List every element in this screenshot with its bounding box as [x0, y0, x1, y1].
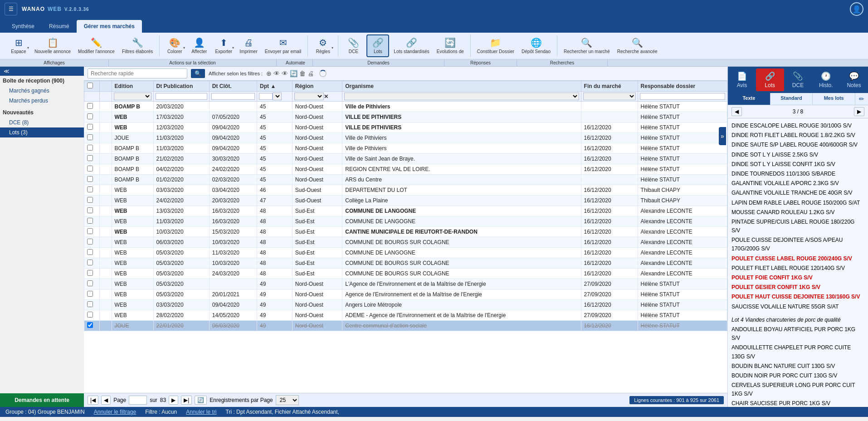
- btn-lots[interactable]: 🔗 Lots: [366, 34, 389, 57]
- row-check[interactable]: [84, 206, 100, 216]
- row-check[interactable]: [84, 227, 100, 237]
- search-btn[interactable]: 🔍: [191, 69, 205, 78]
- filter-icon-refresh[interactable]: 🔄: [290, 70, 297, 77]
- right-panel-icon-dce[interactable]: 📎 DCE: [784, 69, 812, 91]
- table-wrapper[interactable]: Edition Dt Publication Dt Clôt. Dpt ▲ Ré…: [84, 81, 727, 393]
- row-check[interactable]: [84, 133, 100, 143]
- btn-filtres-elabores[interactable]: 🔧 Filtres élaborés: [119, 35, 156, 56]
- btn-modifier-annonce[interactable]: ✏️ Modifier l'annonce: [75, 35, 117, 56]
- table-row[interactable]: BOAMP B 21/02/2020 30/03/2020 45 Nord-Ou…: [84, 154, 727, 164]
- col-header-organisme[interactable]: Organisme: [342, 81, 581, 92]
- filter-icon-delete[interactable]: 🗑: [299, 70, 306, 77]
- panel-next-btn[interactable]: ▶: [854, 107, 864, 116]
- row-check[interactable]: [84, 279, 100, 289]
- row-check[interactable]: [84, 216, 100, 227]
- table-row[interactable]: WEB 06/03/2020 10/03/2020 48 Sud-Est COM…: [84, 237, 727, 248]
- sidebar-marches-perdus[interactable]: Marchés perdus: [0, 96, 84, 106]
- filter-icon-view2[interactable]: 👁: [282, 70, 288, 77]
- table-row[interactable]: JOUE 22/01/2020 06/03/2020 49 Nord-Ouest…: [84, 321, 727, 331]
- col-header-region[interactable]: Région: [292, 81, 342, 92]
- demands-btn[interactable]: Demandes en attente: [0, 393, 84, 407]
- btn-depot[interactable]: 🌐 Dépôt Sendao: [519, 35, 553, 56]
- table-row[interactable]: WEB 24/02/2020 20/03/2020 47 Sud-Ouest C…: [84, 196, 727, 206]
- table-row[interactable]: WEB 10/03/2020 15/03/2020 48 Sud-Est CAN…: [84, 227, 727, 237]
- filter-fin-select[interactable]: [583, 93, 636, 100]
- table-row[interactable]: WEB 17/03/2020 07/05/2020 45 Nord-Ouest …: [84, 112, 727, 122]
- page-last-btn[interactable]: ▶|: [181, 396, 192, 405]
- page-input[interactable]: 37: [129, 396, 147, 405]
- filter-resp-input[interactable]: [640, 93, 725, 100]
- sidebar-dce[interactable]: DCE (8): [0, 117, 84, 127]
- sidebar-group-nouveautes[interactable]: Nouveautés: [0, 108, 84, 117]
- table-row[interactable]: BOAMP B 20/03/2020 45 Nord-Ouest Ville d…: [84, 102, 727, 112]
- table-row[interactable]: WEB 03/03/2020 09/04/2020 49 Nord-Ouest …: [84, 300, 727, 310]
- filter-region-select[interactable]: [294, 93, 324, 100]
- cancel-filter-link[interactable]: Annuler le filtrage: [94, 409, 136, 415]
- user-icon[interactable]: 👤: [850, 2, 863, 16]
- btn-evolutions[interactable]: 🔄 Evolutions de: [434, 35, 467, 56]
- col-header-edition[interactable]: Edition: [112, 81, 153, 92]
- page-prev-btn[interactable]: ◀: [101, 396, 111, 405]
- row-check[interactable]: [84, 300, 100, 310]
- sidebar-group-reception[interactable]: Boîte de réception (900): [0, 76, 84, 86]
- tab-standard[interactable]: Standard: [770, 93, 813, 105]
- filter-region-x[interactable]: ✕: [324, 93, 328, 100]
- row-check[interactable]: [84, 185, 100, 196]
- table-row[interactable]: WEB 03/03/2020 03/04/2020 46 Sud-Ouest D…: [84, 185, 727, 196]
- table-row[interactable]: JOUE 11/03/2020 09/04/2020 45 Nord-Ouest…: [84, 133, 727, 143]
- table-row[interactable]: WEB 05/03/2020 20/01/2021 49 Nord-Ouest …: [84, 289, 727, 300]
- cancel-sort-link[interactable]: Annuler le tri: [186, 409, 216, 415]
- row-check[interactable]: [84, 143, 100, 154]
- table-row[interactable]: BOAMP B 04/02/2020 24/02/2020 45 Nord-Ou…: [84, 164, 727, 175]
- btn-imprimer[interactable]: 🖨 Imprimer: [237, 36, 260, 56]
- filter-edition-select[interactable]: [114, 93, 151, 100]
- btn-espace[interactable]: ⊞ Espace: [7, 35, 30, 56]
- row-check[interactable]: [84, 122, 100, 133]
- sidebar-marches-gagnes[interactable]: Marchés gagnés: [0, 86, 84, 96]
- tab-mes-lots[interactable]: Mes lots: [813, 93, 855, 105]
- page-next-btn[interactable]: ▶: [169, 396, 178, 405]
- row-check[interactable]: [84, 289, 100, 300]
- filter-organisme-select[interactable]: [344, 93, 579, 100]
- filter-dpt-input[interactable]: [259, 93, 273, 100]
- table-row[interactable]: WEB 11/03/2020 16/03/2020 48 Sud-Est COM…: [84, 216, 727, 227]
- select-all-checkbox[interactable]: [87, 83, 93, 88]
- row-check[interactable]: [84, 237, 100, 248]
- table-row[interactable]: BOAMP B 01/02/2020 02/03/2020 45 Nord-Ou…: [84, 175, 727, 185]
- row-check[interactable]: [84, 154, 100, 164]
- edit-icon[interactable]: ✏: [855, 93, 868, 105]
- table-row[interactable]: WEB 05/03/2020 49 Nord-Ouest L'Agence de…: [84, 279, 727, 289]
- filter-icon-print[interactable]: 🖨: [307, 70, 314, 77]
- row-check[interactable]: [84, 258, 100, 269]
- btn-nouvelle-annonce[interactable]: 📋 Nouvelle annonce: [32, 35, 73, 56]
- row-check[interactable]: [84, 112, 100, 122]
- btn-lots-standardises[interactable]: 🔗 Lots standardisés: [391, 35, 432, 56]
- right-panel-icon-histo[interactable]: 🕐 Histo.: [812, 69, 840, 91]
- right-panel-icon-avis[interactable]: 📄 Avis: [728, 69, 756, 91]
- btn-exporter[interactable]: ⬆ Exporter: [212, 35, 235, 56]
- filter-dtclo-input[interactable]: [211, 93, 255, 100]
- row-check[interactable]: [84, 175, 100, 185]
- row-check[interactable]: [84, 102, 100, 112]
- page-first-btn[interactable]: |◀: [88, 396, 98, 405]
- btn-recherche-avancee[interactable]: 🔍 Recherche avancée: [614, 35, 660, 56]
- col-header-dpt[interactable]: Dpt ▲: [257, 81, 293, 92]
- tab-synthese[interactable]: Synthèse: [5, 20, 42, 33]
- tab-resume[interactable]: Résumé: [42, 20, 77, 33]
- tab-texte[interactable]: Texte: [728, 93, 770, 105]
- filter-dpt-select[interactable]: ✕: [273, 93, 282, 100]
- row-check[interactable]: [84, 321, 100, 331]
- col-header-dtpub[interactable]: Dt Publication: [153, 81, 209, 92]
- row-check[interactable]: [84, 164, 100, 175]
- row-check[interactable]: [84, 248, 100, 258]
- btn-constituer[interactable]: 📁 Constituer Dossier: [474, 35, 517, 56]
- col-header-resp[interactable]: Responsable dossier: [638, 81, 727, 92]
- per-page-select[interactable]: 25 50 100: [276, 395, 299, 405]
- col-header-dtclo[interactable]: Dt Clôt.: [209, 81, 257, 92]
- page-refresh-btn[interactable]: 🔄: [195, 396, 207, 405]
- table-row[interactable]: WEB 05/03/2020 24/03/2020 48 Sud-Est COM…: [84, 269, 727, 279]
- row-check[interactable]: [84, 310, 100, 321]
- table-row[interactable]: BOAMP B 11/03/2020 09/04/2020 45 Nord-Ou…: [84, 143, 727, 154]
- table-row[interactable]: WEB 05/03/2020 11/03/2020 48 Sud-Est COM…: [84, 248, 727, 258]
- row-check[interactable]: [84, 269, 100, 279]
